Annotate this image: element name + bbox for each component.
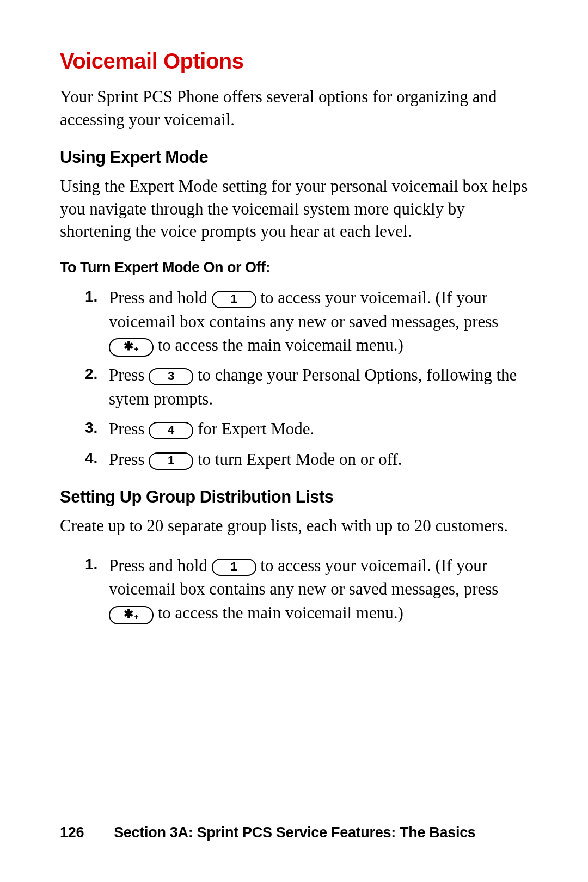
step-text-pre: Press xyxy=(109,419,149,438)
page-footer: 126Section 3A: Sprint PCS Service Featur… xyxy=(60,824,534,841)
keycap-icon: 1 xyxy=(212,291,256,308)
step-text-post: to access the main voicemail menu.) xyxy=(158,603,403,622)
section-heading-group-lists: Setting Up Group Distribution Lists xyxy=(60,487,534,507)
step-number: 4. xyxy=(85,448,97,469)
page-number: 126 xyxy=(60,824,84,841)
keycap-icon: 1 xyxy=(149,452,193,470)
keycap-sub: + xyxy=(134,345,138,353)
steps-list-expert-mode: 1. Press and hold 1 to access your voice… xyxy=(60,286,534,471)
keycap-icon: ✱+ xyxy=(109,606,154,624)
step-item: 4. Press 1 to turn Expert Mode on or off… xyxy=(85,448,534,471)
footer-text: Section 3A: Sprint PCS Service Features:… xyxy=(114,824,475,841)
step-number: 2. xyxy=(85,363,97,384)
step-text-pre: Press and hold xyxy=(109,556,212,575)
step-item: 2. Press 3 to change your Personal Optio… xyxy=(85,363,534,411)
step-number: 1. xyxy=(85,286,97,307)
steps-list-group-lists: 1. Press and hold 1 to access your voice… xyxy=(60,554,534,624)
keycap-icon: ✱+ xyxy=(109,338,154,357)
step-text-post: for Expert Mode. xyxy=(198,419,314,438)
step-text-pre: Press xyxy=(109,450,149,469)
step-text-pre: Press xyxy=(109,365,149,384)
section-body-group-lists: Create up to 20 separate group lists, ea… xyxy=(60,514,534,537)
page-title: Voicemail Options xyxy=(60,49,534,74)
keycap-main: ✱ xyxy=(124,339,133,353)
intro-paragraph: Your Sprint PCS Phone offers several opt… xyxy=(60,85,534,131)
keycap-icon: 4 xyxy=(149,422,193,439)
section-body-expert-mode: Using the Expert Mode setting for your p… xyxy=(60,175,534,243)
step-item: 1. Press and hold 1 to access your voice… xyxy=(85,554,534,624)
keycap-main: ✱ xyxy=(124,607,133,621)
step-item: 3. Press 4 for Expert Mode. xyxy=(85,417,534,440)
step-text-post: to access the main voicemail menu.) xyxy=(158,335,403,354)
subheading-turn-expert-mode: To Turn Expert Mode On or Off: xyxy=(60,259,534,276)
manual-page: Voicemail Options Your Sprint PCS Phone … xyxy=(0,0,588,882)
keycap-sub: + xyxy=(134,612,138,621)
step-item: 1. Press and hold 1 to access your voice… xyxy=(85,286,534,357)
step-number: 1. xyxy=(85,554,97,575)
step-number: 3. xyxy=(85,417,97,438)
step-text-pre: Press and hold xyxy=(109,288,212,307)
keycap-icon: 3 xyxy=(149,368,193,385)
step-text-post: to turn Expert Mode on or off. xyxy=(198,450,402,469)
section-heading-expert-mode: Using Expert Mode xyxy=(60,148,534,167)
keycap-icon: 1 xyxy=(212,559,256,576)
